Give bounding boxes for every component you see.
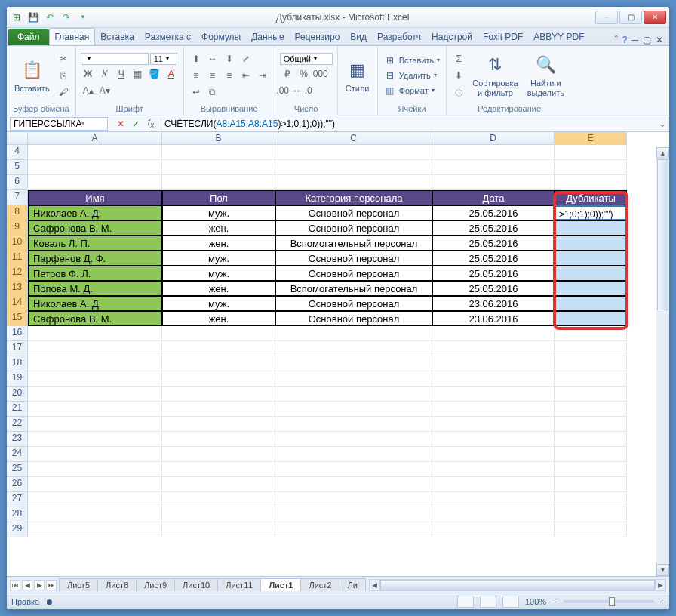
sheet-tab[interactable]: Лист5 xyxy=(59,578,98,591)
sheet-tab[interactable]: Лист1 xyxy=(260,578,301,591)
cell-category[interactable]: Основной персонал xyxy=(275,251,432,266)
row-header[interactable]: 15 xyxy=(7,311,28,326)
save-icon[interactable]: 💾 xyxy=(26,11,40,24)
cell-duplicates-selected[interactable] xyxy=(555,266,627,281)
cell[interactable] xyxy=(555,145,627,160)
cell[interactable] xyxy=(555,175,627,190)
align-top-icon[interactable]: ⬆ xyxy=(189,51,204,66)
cell[interactable] xyxy=(432,387,555,402)
cell[interactable] xyxy=(28,175,162,190)
cell[interactable] xyxy=(275,402,432,417)
cell-gender[interactable]: муж. xyxy=(162,266,275,281)
cell-name[interactable]: Коваль Л. П. xyxy=(28,236,162,251)
sort-filter-button[interactable]: ⇅ Сортировка и фильтр xyxy=(469,51,521,98)
zoom-level[interactable]: 100% xyxy=(525,597,546,606)
grow-font-icon[interactable]: A▴ xyxy=(81,83,96,98)
row-header[interactable]: 19 xyxy=(7,371,28,387)
help-icon[interactable]: ? xyxy=(622,35,628,45)
col-header-D[interactable]: D xyxy=(432,132,555,145)
align-bottom-icon[interactable]: ⬇ xyxy=(222,51,237,66)
maximize-button[interactable]: ▢ xyxy=(619,11,642,24)
cell-name[interactable]: Парфенов Д. Ф. xyxy=(28,251,162,266)
number-format-combo[interactable]: Общий▾ xyxy=(280,53,333,65)
sheet-tab[interactable]: Лист10 xyxy=(174,578,218,591)
zoom-in-icon[interactable]: + xyxy=(660,597,665,606)
active-cell-editing[interactable]: >1;0;1);0));"") xyxy=(555,205,627,220)
cell-date[interactable]: 25.05.2016 xyxy=(432,281,555,296)
tab-pagelayout[interactable]: Разметка с xyxy=(140,29,196,45)
cell[interactable] xyxy=(275,417,432,432)
align-left-icon[interactable]: ≡ xyxy=(189,68,204,83)
sheet-tab[interactable]: Лист9 xyxy=(136,578,175,591)
cell[interactable] xyxy=(275,341,432,356)
redo-icon[interactable]: ↷ xyxy=(60,11,73,24)
cell[interactable] xyxy=(555,387,627,402)
cell-date[interactable]: 23.06.2016 xyxy=(432,296,555,311)
row-header[interactable]: 23 xyxy=(7,432,28,447)
cells-insert[interactable]: ⊞Вставить▾ xyxy=(383,54,442,67)
cell[interactable] xyxy=(432,507,555,522)
row-header[interactable]: 28 xyxy=(7,507,28,522)
scroll-up-icon[interactable]: ▲ xyxy=(656,147,669,159)
cell[interactable] xyxy=(432,447,555,462)
doc-min-icon[interactable]: ─ xyxy=(631,35,638,45)
cell[interactable] xyxy=(28,356,162,371)
cell[interactable] xyxy=(275,462,432,477)
hscroll-left-icon[interactable]: ◀ xyxy=(370,580,380,590)
vertical-scrollbar[interactable]: ▲ ▼ xyxy=(656,147,669,576)
cell[interactable] xyxy=(275,356,432,371)
row-header[interactable]: 11 xyxy=(7,251,28,266)
cell-gender[interactable]: жен. xyxy=(162,220,275,236)
cell-date[interactable]: 25.05.2016 xyxy=(432,236,555,251)
cell[interactable] xyxy=(28,145,162,160)
copy-icon[interactable]: ⎘ xyxy=(56,68,71,83)
autosum-icon[interactable]: Σ xyxy=(451,51,466,66)
cell-name[interactable]: Николаев А. Д. xyxy=(28,296,162,311)
cell[interactable] xyxy=(555,522,627,537)
formula-expand-icon[interactable]: ⌄ xyxy=(656,119,669,129)
tab-home[interactable]: Главная xyxy=(49,28,96,45)
cell-gender[interactable]: муж. xyxy=(162,205,275,220)
cell[interactable] xyxy=(28,160,162,175)
cell[interactable] xyxy=(555,341,627,356)
cell[interactable] xyxy=(162,402,275,417)
cell[interactable] xyxy=(28,462,162,477)
dec-decimal-icon[interactable]: ←.0 xyxy=(297,83,312,98)
cell[interactable] xyxy=(275,492,432,507)
cell[interactable] xyxy=(28,417,162,432)
cell-date[interactable]: 23.06.2016 xyxy=(432,311,555,326)
cell[interactable] xyxy=(275,160,432,175)
cell[interactable] xyxy=(28,432,162,447)
cell[interactable] xyxy=(162,462,275,477)
cell-date[interactable]: 25.05.2016 xyxy=(432,220,555,236)
formula-input[interactable]: СЧЁТЕСЛИ(A8:A15;A8:A15)>1;0;1);0));"") xyxy=(161,118,656,130)
row-header[interactable]: 16 xyxy=(7,326,28,341)
cell[interactable] xyxy=(162,145,275,160)
bold-icon[interactable]: Ж xyxy=(81,66,96,82)
cells-format[interactable]: ▥Формат▾ xyxy=(383,84,442,97)
formula-cancel-icon[interactable]: ✕ xyxy=(114,117,128,131)
cell[interactable] xyxy=(432,326,555,341)
row-header[interactable]: 24 xyxy=(7,447,28,462)
indent-inc-icon[interactable]: ⇥ xyxy=(255,68,270,83)
cell-category[interactable]: Основной персонал xyxy=(275,205,432,220)
cell-date[interactable]: 25.05.2016 xyxy=(432,266,555,281)
view-pagebreak-icon[interactable] xyxy=(502,596,519,608)
cell[interactable] xyxy=(162,356,275,371)
cell-duplicates-selected[interactable] xyxy=(555,296,627,311)
col-header-C[interactable]: C xyxy=(275,132,432,145)
table-header-A[interactable]: Имя xyxy=(28,190,162,205)
cell[interactable] xyxy=(555,371,627,387)
styles-button[interactable]: ▦ Стили xyxy=(343,57,373,94)
tab-developer[interactable]: Разработч xyxy=(372,29,426,45)
clear-icon[interactable]: ◌ xyxy=(451,85,466,100)
cell[interactable] xyxy=(555,417,627,432)
cell[interactable] xyxy=(432,492,555,507)
cell[interactable] xyxy=(162,341,275,356)
cell[interactable] xyxy=(162,160,275,175)
cell[interactable] xyxy=(555,402,627,417)
cell[interactable] xyxy=(28,402,162,417)
sheet-nav-last-icon[interactable]: ⏭ xyxy=(46,580,57,590)
macro-record-icon[interactable]: ⏺ xyxy=(45,597,54,606)
cell-duplicates-selected[interactable] xyxy=(555,220,627,236)
